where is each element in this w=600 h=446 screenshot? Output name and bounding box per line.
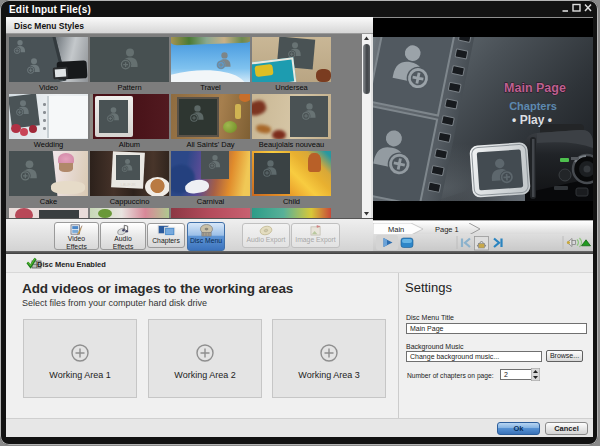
svg-text:Page 1: Page 1 [435,225,459,234]
svg-text:Main: Main [388,225,404,234]
svg-text:Main Page: Main Page [504,81,566,95]
svg-text:Chapters: Chapters [509,100,557,112]
